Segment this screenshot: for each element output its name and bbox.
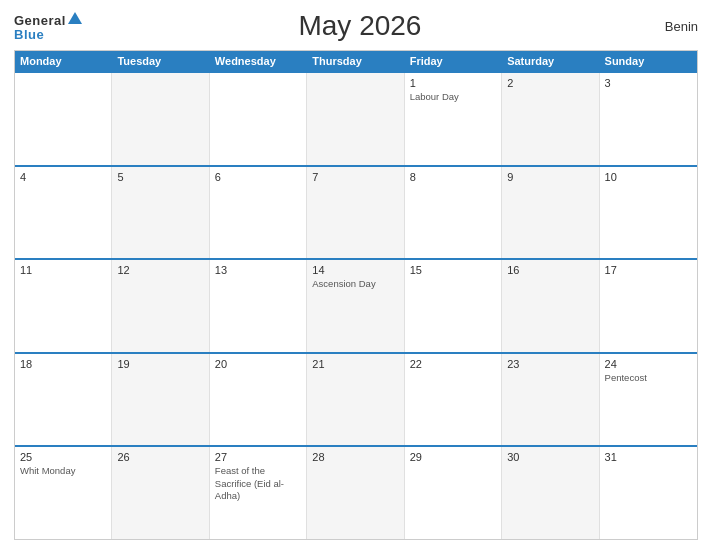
day-number: 21 — [312, 358, 398, 370]
calendar-cell-r1-c4: 8 — [405, 167, 502, 259]
calendar-cell-r0-c5: 2 — [502, 73, 599, 165]
calendar-cell-r2-c2: 13 — [210, 260, 307, 352]
calendar-cell-r4-c5: 30 — [502, 447, 599, 539]
calendar-cell-r1-c3: 7 — [307, 167, 404, 259]
day-number: 6 — [215, 171, 301, 183]
calendar-cell-r3-c5: 23 — [502, 354, 599, 446]
day-number: 26 — [117, 451, 203, 463]
calendar-cell-r4-c3: 28 — [307, 447, 404, 539]
day-number: 31 — [605, 451, 692, 463]
calendar-cell-r4-c4: 29 — [405, 447, 502, 539]
day-number: 29 — [410, 451, 496, 463]
header-thursday: Thursday — [307, 51, 404, 71]
calendar-cell-r3-c2: 20 — [210, 354, 307, 446]
calendar-cell-r1-c1: 5 — [112, 167, 209, 259]
calendar-cell-r0-c6: 3 — [600, 73, 697, 165]
logo-text: General — [14, 12, 82, 28]
calendar-row-0: 1Labour Day23 — [15, 71, 697, 165]
day-number: 24 — [605, 358, 692, 370]
header-monday: Monday — [15, 51, 112, 71]
day-number: 25 — [20, 451, 106, 463]
day-number: 7 — [312, 171, 398, 183]
calendar-cell-r1-c0: 4 — [15, 167, 112, 259]
header-sunday: Sunday — [600, 51, 697, 71]
header-tuesday: Tuesday — [112, 51, 209, 71]
holiday-label: Ascension Day — [312, 278, 398, 290]
calendar-cell-r0-c2 — [210, 73, 307, 165]
calendar-cell-r4-c2: 27Feast of the Sacrifice (Eid al-Adha) — [210, 447, 307, 539]
page: General Blue May 2026 Benin Monday Tuesd… — [0, 0, 712, 550]
day-number: 20 — [215, 358, 301, 370]
header-wednesday: Wednesday — [210, 51, 307, 71]
day-number: 8 — [410, 171, 496, 183]
calendar-cell-r3-c4: 22 — [405, 354, 502, 446]
country-label: Benin — [638, 19, 698, 34]
header-friday: Friday — [405, 51, 502, 71]
day-number: 5 — [117, 171, 203, 183]
day-number: 16 — [507, 264, 593, 276]
calendar-cell-r3-c0: 18 — [15, 354, 112, 446]
calendar-cell-r0-c0 — [15, 73, 112, 165]
day-number: 13 — [215, 264, 301, 276]
calendar-cell-r2-c4: 15 — [405, 260, 502, 352]
day-number: 12 — [117, 264, 203, 276]
calendar-cell-r2-c0: 11 — [15, 260, 112, 352]
logo-triangle-icon — [68, 12, 82, 24]
logo-blue: Blue — [14, 28, 44, 41]
calendar-cell-r2-c5: 16 — [502, 260, 599, 352]
calendar-cell-r3-c3: 21 — [307, 354, 404, 446]
holiday-label: Whit Monday — [20, 465, 106, 477]
calendar-header: Monday Tuesday Wednesday Thursday Friday… — [15, 51, 697, 71]
calendar-row-4: 25Whit Monday2627Feast of the Sacrifice … — [15, 445, 697, 539]
calendar-cell-r0-c3 — [307, 73, 404, 165]
holiday-label: Feast of the Sacrifice (Eid al-Adha) — [215, 465, 301, 502]
day-number: 1 — [410, 77, 496, 89]
calendar: Monday Tuesday Wednesday Thursday Friday… — [14, 50, 698, 540]
calendar-row-2: 11121314Ascension Day151617 — [15, 258, 697, 352]
day-number: 10 — [605, 171, 692, 183]
calendar-cell-r1-c2: 6 — [210, 167, 307, 259]
day-number: 28 — [312, 451, 398, 463]
day-number: 14 — [312, 264, 398, 276]
calendar-cell-r1-c6: 10 — [600, 167, 697, 259]
day-number: 15 — [410, 264, 496, 276]
logo-general: General — [14, 13, 66, 28]
calendar-cell-r4-c1: 26 — [112, 447, 209, 539]
calendar-cell-r4-c0: 25Whit Monday — [15, 447, 112, 539]
logo: General Blue — [14, 12, 82, 41]
day-number: 2 — [507, 77, 593, 89]
day-number: 27 — [215, 451, 301, 463]
day-number: 18 — [20, 358, 106, 370]
calendar-cell-r3-c1: 19 — [112, 354, 209, 446]
calendar-row-3: 18192021222324Pentecost — [15, 352, 697, 446]
day-number: 30 — [507, 451, 593, 463]
calendar-cell-r2-c3: 14Ascension Day — [307, 260, 404, 352]
holiday-label: Pentecost — [605, 372, 692, 384]
day-number: 23 — [507, 358, 593, 370]
day-number: 11 — [20, 264, 106, 276]
day-number: 19 — [117, 358, 203, 370]
holiday-label: Labour Day — [410, 91, 496, 103]
calendar-row-1: 45678910 — [15, 165, 697, 259]
header-saturday: Saturday — [502, 51, 599, 71]
calendar-cell-r3-c6: 24Pentecost — [600, 354, 697, 446]
day-number: 4 — [20, 171, 106, 183]
calendar-cell-r2-c6: 17 — [600, 260, 697, 352]
day-number: 9 — [507, 171, 593, 183]
day-number: 17 — [605, 264, 692, 276]
calendar-title: May 2026 — [82, 10, 638, 42]
calendar-cell-r2-c1: 12 — [112, 260, 209, 352]
header: General Blue May 2026 Benin — [14, 10, 698, 42]
calendar-cell-r4-c6: 31 — [600, 447, 697, 539]
calendar-cell-r0-c1 — [112, 73, 209, 165]
day-number: 22 — [410, 358, 496, 370]
calendar-cell-r1-c5: 9 — [502, 167, 599, 259]
day-number: 3 — [605, 77, 692, 89]
calendar-body: 1Labour Day234567891011121314Ascension D… — [15, 71, 697, 539]
calendar-cell-r0-c4: 1Labour Day — [405, 73, 502, 165]
